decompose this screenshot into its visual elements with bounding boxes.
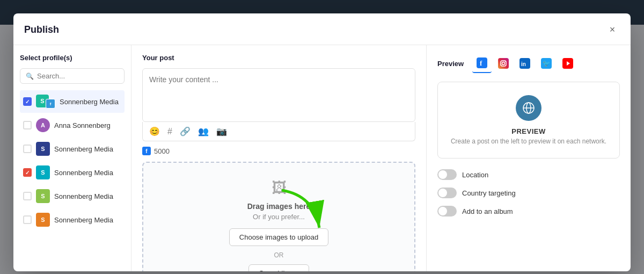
profile-name-2: Sonnenberg Media xyxy=(54,145,113,153)
instagram-tab-icon xyxy=(498,58,509,69)
svg-text:f: f xyxy=(480,59,482,67)
location-label: Location xyxy=(462,171,488,179)
profile-name-3: Sonnenberg Media xyxy=(54,169,113,177)
facebook-tab-icon: f xyxy=(477,57,487,68)
avatar-2: S xyxy=(36,142,50,156)
modal-title: Publish xyxy=(24,24,59,35)
avatar-4: S xyxy=(36,189,50,203)
link-icon[interactable]: 🔗 xyxy=(180,126,191,136)
profile-name-4: Sonnenberg Media xyxy=(54,192,113,200)
preview-box: PREVIEW Create a post on the left to pre… xyxy=(437,82,620,158)
tab-twitter[interactable]: 🐦 xyxy=(537,54,556,73)
country-label: Country targeting xyxy=(462,189,516,197)
svg-point-5 xyxy=(505,61,506,62)
profile-checkbox-4[interactable] xyxy=(23,192,32,200)
modal-header: Publish × xyxy=(13,13,631,45)
mention-icon[interactable]: 👥 xyxy=(198,126,209,136)
album-toggle[interactable] xyxy=(437,206,457,217)
svg-rect-2 xyxy=(498,58,509,69)
modal-overlay: Publish × Select profile(s) 🔍 S f xyxy=(0,0,644,274)
profile-name-sonnenberg-group: Sonnenberg Media xyxy=(60,98,119,106)
preview-label: Preview xyxy=(437,60,464,68)
hashtag-icon[interactable]: # xyxy=(167,127,172,136)
profile-checkbox-2[interactable] xyxy=(23,145,32,153)
youtube-tab-icon xyxy=(562,58,573,69)
profile-row-3[interactable]: S Sonnenberg Media xyxy=(20,161,125,184)
tab-instagram[interactable] xyxy=(494,54,513,73)
tab-linkedin[interactable]: in xyxy=(515,54,535,73)
toolbar-row: 😊 # 🔗 👥 📷 xyxy=(142,122,415,141)
preview-header: Preview f xyxy=(437,54,620,73)
svg-text:🐦: 🐦 xyxy=(543,59,551,67)
profile-name-anna: Anna Sonnenberg xyxy=(54,121,111,129)
profile-checkbox-5[interactable] xyxy=(23,215,32,224)
toggle-row-album: Add to an album xyxy=(437,206,620,217)
profile-row-anna[interactable]: A Anna Sonnenberg xyxy=(20,114,125,136)
preview-panel: Preview f xyxy=(427,45,631,271)
preview-globe-icon xyxy=(516,95,541,121)
twitter-tab-icon: 🐦 xyxy=(541,58,552,69)
profiles-panel: Select profile(s) 🔍 S f Sonnenberg Media xyxy=(13,45,131,271)
search-input[interactable] xyxy=(37,72,119,80)
search-box[interactable]: 🔍 xyxy=(20,68,125,84)
social-tabs: f xyxy=(472,54,577,73)
profile-checkbox-sonnenberg-group[interactable] xyxy=(23,97,32,106)
avatar-3: S xyxy=(36,165,50,179)
or-text-1: OR xyxy=(274,251,284,259)
close-button[interactable]: × xyxy=(605,22,620,37)
emoji-icon[interactable]: 😊 xyxy=(149,126,160,136)
profile-checkbox-3[interactable] xyxy=(23,168,32,177)
avatar-5: S xyxy=(36,213,50,227)
choose-images-button[interactable]: Choose images to upload xyxy=(229,228,328,246)
modal-body: Select profile(s) 🔍 S f Sonnenberg Media xyxy=(13,45,631,271)
tab-youtube[interactable] xyxy=(558,54,577,73)
tab-facebook[interactable]: f xyxy=(472,54,492,73)
drag-subtext: Or if you prefer... xyxy=(253,213,305,221)
profile-row-2[interactable]: S Sonnenberg Media xyxy=(20,138,125,160)
upload-area: 🖼 Drag images here Or if you prefer... C… xyxy=(142,162,415,271)
preview-title: PREVIEW xyxy=(511,127,545,135)
char-count: 5000 xyxy=(154,147,170,155)
profile-name-5: Sonnenberg Media xyxy=(54,216,113,224)
post-label: Your post xyxy=(142,54,415,62)
profile-row-4[interactable]: S Sonnenberg Media xyxy=(20,185,125,207)
avatar-anna: A xyxy=(36,118,50,132)
profiles-label: Select profile(s) xyxy=(20,54,125,62)
upload-image-icon: 🖼 xyxy=(272,179,287,197)
avatar-sub: f xyxy=(46,99,55,109)
content-textarea[interactable] xyxy=(142,68,415,122)
photo-icon[interactable]: 📷 xyxy=(216,126,227,136)
svg-text:in: in xyxy=(521,61,526,67)
profile-checkbox-anna[interactable] xyxy=(23,121,32,129)
profile-row-5[interactable]: S Sonnenberg Media xyxy=(20,208,125,231)
preview-desc: Create a post on the left to preview it … xyxy=(451,138,606,145)
linkedin-tab-icon: in xyxy=(519,58,530,69)
facebook-icon-sm: f xyxy=(142,147,151,155)
publish-modal: Publish × Select profile(s) 🔍 S f xyxy=(13,13,631,271)
profile-avatar-group: S f xyxy=(36,95,55,109)
profile-row-sonnenberg-group[interactable]: S f Sonnenberg Media xyxy=(20,90,125,113)
country-toggle[interactable] xyxy=(437,188,457,198)
album-label: Add to an album xyxy=(462,207,513,215)
open-library-button[interactable]: Open Library xyxy=(248,264,309,271)
char-count-row: f 5000 xyxy=(142,147,415,155)
location-toggle[interactable] xyxy=(437,169,457,180)
toggle-row-location: Location xyxy=(437,169,620,180)
toggle-row-country: Country targeting xyxy=(437,188,620,198)
post-panel: Your post 😊 # 🔗 👥 📷 f 5000 🖼 Drag imag xyxy=(131,45,427,271)
drag-text: Drag images here xyxy=(247,202,311,211)
search-icon: 🔍 xyxy=(26,73,34,80)
